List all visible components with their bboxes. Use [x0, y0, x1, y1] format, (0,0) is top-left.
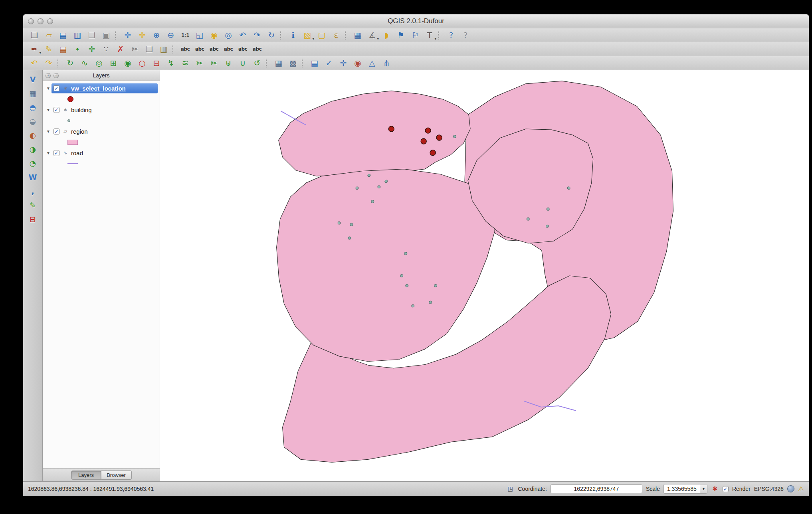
add-postgis-layer-button[interactable]: ◓: [26, 101, 40, 113]
panel-close-button[interactable]: ×: [46, 73, 51, 78]
crs-status-icon[interactable]: [787, 485, 794, 492]
local-histogram-stretch-button[interactable]: ▦: [271, 57, 286, 69]
building-feature-11[interactable]: [400, 275, 403, 277]
zoom-window-button[interactable]: [47, 18, 53, 24]
building-feature-12[interactable]: [406, 284, 408, 287]
text-annotation-button[interactable]: T ▾: [422, 29, 437, 41]
move-label-button[interactable]: abc: [221, 43, 236, 55]
composer-manager-button[interactable]: ▣: [99, 29, 113, 41]
save-layer-edits-button[interactable]: ▤: [56, 43, 70, 55]
project-save-as-button[interactable]: ▥: [70, 29, 85, 41]
new-bookmark-button[interactable]: ⚑: [394, 29, 408, 41]
building-feature-7[interactable]: [338, 221, 341, 224]
add-vector-layer-button[interactable]: V: [26, 73, 40, 85]
add-delimited-text-layer-button[interactable]: ,: [26, 185, 40, 197]
building-feature-5[interactable]: [356, 187, 358, 190]
add-mssql-layer-button[interactable]: ◐: [26, 129, 40, 141]
zoom-out-button[interactable]: ⊖: [164, 29, 178, 41]
tab-layers[interactable]: Layers: [71, 471, 101, 480]
building-feature-1[interactable]: [454, 135, 456, 138]
symbol-swatch-road[interactable]: [67, 163, 78, 164]
disclosure-icon-region[interactable]: ▼: [45, 129, 51, 134]
georeferencer-button[interactable]: ✛: [336, 57, 351, 69]
render-checkbox[interactable]: ✓: [723, 486, 729, 492]
help-contents-button[interactable]: ?: [444, 29, 458, 41]
labeling-button[interactable]: abc: [178, 43, 192, 55]
scale-combo[interactable]: 1:33565585 ▼: [663, 484, 707, 494]
copy-features-button[interactable]: ❏: [142, 43, 156, 55]
pan-map-button[interactable]: ✛: [121, 29, 135, 41]
disclosure-icon-road[interactable]: ▼: [45, 151, 51, 155]
zoom-next-button[interactable]: ↷: [250, 29, 264, 41]
layer-checkbox-vw_select_location[interactable]: ✓: [53, 85, 59, 91]
region-feature-west[interactable]: [277, 169, 496, 362]
symbol-swatch-vw_select_location[interactable]: [67, 96, 73, 102]
measure-button[interactable]: ∡ ▾: [365, 29, 379, 41]
building-feature-2[interactable]: [368, 174, 370, 177]
tab-browser[interactable]: Browser: [101, 471, 132, 480]
new-shapefile-layer-button[interactable]: ✎: [26, 199, 40, 211]
delete-ring-button[interactable]: ○: [135, 57, 149, 69]
layer-item-building[interactable]: ▼✓∗building: [43, 104, 160, 115]
change-label-properties-button[interactable]: abc: [250, 43, 264, 55]
current-edits-button[interactable]: ✒ ▾: [27, 43, 42, 55]
building-feature-16[interactable]: [527, 217, 529, 220]
toggle-editing-button[interactable]: ✎: [42, 43, 56, 55]
simplify-feature-button[interactable]: ∿: [77, 57, 92, 69]
node-tool-button[interactable]: ∵: [99, 43, 113, 55]
topology-checker-button[interactable]: ✓: [322, 57, 336, 69]
full-histogram-stretch-button[interactable]: ▩: [286, 57, 300, 69]
add-ring-button[interactable]: ◎: [92, 57, 106, 69]
delete-selected-button[interactable]: ✗: [113, 43, 128, 55]
symbol-swatch-region[interactable]: [67, 140, 78, 145]
toggle-extents-display-icon[interactable]: ◳: [507, 485, 515, 493]
highlight-pinned-labels-button[interactable]: abc: [207, 43, 221, 55]
disclosure-icon-building[interactable]: ▼: [45, 108, 51, 112]
undo-button[interactable]: ↶: [27, 57, 42, 69]
interpolation-button[interactable]: △: [365, 57, 379, 69]
map-tips-button[interactable]: ◗: [379, 29, 394, 41]
add-raster-layer-button[interactable]: ▦: [26, 87, 40, 99]
zoom-native-button[interactable]: 1:1: [178, 29, 192, 41]
region-feature-northwest[interactable]: [279, 91, 470, 176]
open-attribute-table-button[interactable]: ▦: [351, 29, 365, 41]
reshape-features-button[interactable]: ↯: [164, 57, 178, 69]
remove-layer-button[interactable]: ⊟: [26, 213, 40, 225]
building-feature-10[interactable]: [404, 252, 407, 255]
log-messages-icon[interactable]: ⚠: [798, 485, 804, 493]
selected-location-feature-5[interactable]: [430, 150, 436, 156]
project-open-button[interactable]: ▱: [42, 29, 56, 41]
show-bookmarks-button[interactable]: ⚐: [408, 29, 422, 41]
rotate-label-button[interactable]: abc: [236, 43, 250, 55]
heatmap-button[interactable]: ◉: [351, 57, 365, 69]
cut-features-button[interactable]: ✂: [128, 43, 142, 55]
close-window-button[interactable]: [28, 18, 34, 24]
building-feature-9[interactable]: [348, 237, 351, 239]
disclosure-icon-vw_select_location[interactable]: ▼: [45, 86, 51, 91]
layer-checkbox-region[interactable]: ✓: [53, 128, 59, 134]
rotate-feature-button[interactable]: ↻: [63, 57, 77, 69]
move-feature-button[interactable]: ✛: [85, 43, 99, 55]
redo-button[interactable]: ↷: [42, 57, 56, 69]
add-spatialite-layer-button[interactable]: ◒: [26, 115, 40, 127]
add-feature-button[interactable]: ∙: [70, 43, 85, 55]
minimize-window-button[interactable]: [38, 18, 44, 24]
add-wfs-layer-button[interactable]: W: [26, 171, 40, 183]
stop-rendering-icon[interactable]: ✱: [711, 485, 719, 493]
building-feature-19[interactable]: [567, 187, 570, 190]
zoom-full-button[interactable]: ◱: [192, 29, 207, 41]
split-parts-button[interactable]: ✂: [207, 57, 221, 69]
rotate-point-symbols-button[interactable]: ↺: [250, 57, 264, 69]
zoom-in-button[interactable]: ⊕: [149, 29, 164, 41]
building-feature-17[interactable]: [547, 208, 549, 210]
layer-item-region[interactable]: ▼✓▱region: [43, 126, 160, 137]
paste-features-button[interactable]: ▥: [156, 43, 171, 55]
selected-location-feature-3[interactable]: [421, 138, 426, 144]
add-part-button[interactable]: ⊞: [106, 57, 121, 69]
refresh-map-button[interactable]: ↻: [264, 29, 279, 41]
selected-location-feature-4[interactable]: [436, 135, 442, 140]
layer-item-road[interactable]: ▼✓∿road: [43, 147, 160, 158]
coordinate-input[interactable]: [551, 484, 642, 493]
zoom-to-selection-button[interactable]: ◉: [207, 29, 221, 41]
new-print-composer-button[interactable]: ❏: [85, 29, 99, 41]
